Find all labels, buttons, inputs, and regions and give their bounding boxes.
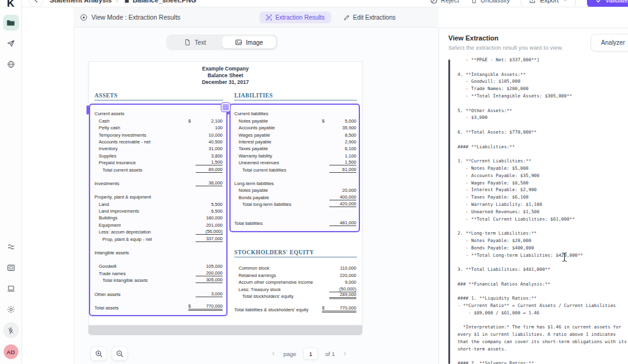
image-icon <box>235 39 242 46</box>
row-value: 1,100 <box>322 153 356 159</box>
row-label: Total liabilities <box>234 221 322 226</box>
file-icon <box>123 0 130 4</box>
row-label: Investments <box>94 181 188 186</box>
extraction-line: *Interpretation:* The firm has $1.46 in … <box>458 324 628 332</box>
breadcrumb-file-label[interactable]: Balance_sheet.PNG <box>132 0 196 4</box>
flash-off-icon <box>7 327 15 335</box>
balance-sheet-page: Example Company Balance Sheet December 3… <box>88 61 362 325</box>
eye-icon <box>80 13 88 21</box>
row-label: Notes payable <box>234 118 322 124</box>
extraction-line <box>458 274 628 281</box>
trash-icon <box>470 0 478 4</box>
toggle-image-button[interactable]: Image <box>222 36 276 48</box>
balance-sheet-row: Total assets$770,000 <box>94 304 223 311</box>
row-label: Interest payable <box>234 139 322 145</box>
toggle-text-label: Text <box>194 39 205 46</box>
zoom-in-button[interactable] <box>90 346 107 361</box>
globe-icon <box>7 60 15 69</box>
unclassify-button[interactable]: Unclassify <box>470 0 510 4</box>
breadcrumb-parent[interactable]: Statement Analysis <box>50 0 112 4</box>
caret-down-icon <box>562 0 568 3</box>
scrollbar-thumb[interactable] <box>448 59 450 364</box>
spacer <box>234 299 356 306</box>
extraction-panel-title: View Extraction <box>448 34 499 42</box>
row-label: Less: accum depreciation <box>94 229 188 235</box>
extraction-line <box>458 151 628 158</box>
balance-sheet-row: Interest payable2,900 <box>234 138 356 145</box>
row-label: Cash <box>94 118 188 124</box>
analyzer-button[interactable]: Analyzer <box>591 34 628 51</box>
row-value: 6,500 <box>188 208 223 214</box>
balance-sheet-row: Prop, plant & equip - net337,000 <box>94 235 223 241</box>
sidebar-item-devices[interactable] <box>3 281 19 297</box>
liabilities-table: Current liabilitiesNotes payable$5,000Ac… <box>234 110 356 226</box>
row-label: Accounts payable <box>234 125 322 131</box>
row-label: Accounts receivable - net <box>94 139 188 145</box>
tab-extraction-results[interactable]: Extraction Results <box>259 12 331 23</box>
table-extraction-badge[interactable] <box>221 102 231 112</box>
sidebar-item-workflow[interactable] <box>3 239 19 255</box>
validate-button[interactable]: Validate <box>587 0 628 7</box>
balance-sheet-row: Common stock110,000 <box>234 264 356 271</box>
row-value: 105,000 <box>188 264 223 269</box>
balance-sheet-row: Buildings180,000 <box>94 214 223 221</box>
zoom-out-button[interactable] <box>111 346 128 361</box>
balance-sheet-row: Intangible assets <box>94 249 223 256</box>
extraction-line: - Interest Payable: $2,900 <box>458 187 628 194</box>
sidebar-item-send[interactable] <box>3 36 19 51</box>
spacer <box>94 283 223 290</box>
extraction-line <box>458 289 628 296</box>
balance-sheet-row: Taxes payable6,100 <box>234 145 356 151</box>
extraction-line: - Unearned Revenues: $1,500 <box>458 209 628 216</box>
header-actions: Reject Unclassify Export Validate <box>430 0 628 7</box>
check-icon <box>595 0 602 4</box>
back-button[interactable] <box>29 0 44 7</box>
sidebar-item-flash[interactable] <box>3 322 19 338</box>
extraction-line <box>458 100 628 108</box>
page-of-label: of 1 <box>325 351 335 357</box>
row-label: Less: Treasury stock <box>234 287 322 292</box>
extraction-line: that the company can cover its short-ter… <box>458 339 628 346</box>
row-label: Prepaid insurance <box>94 160 188 165</box>
reject-button[interactable]: Reject <box>430 0 459 4</box>
sidebar-item-settings[interactable] <box>3 301 19 317</box>
sidebar-item-cards[interactable] <box>3 260 19 276</box>
balance-sheet-row: Total current assets89,000 <box>94 165 223 172</box>
spacer <box>94 297 223 304</box>
extraction-line: - Bonds Payable: $400,000 <box>458 245 628 252</box>
balance-sheet-row: Other assets3,000 <box>94 290 223 297</box>
balance-sheet-row: Total stockholders' equity289,000 <box>234 292 356 299</box>
balance-sheet-row: Wages payable8,500 <box>234 131 356 137</box>
export-button[interactable]: Export <box>521 0 575 7</box>
row-value: 9,000 <box>322 279 356 285</box>
balance-sheet-row: Equipment201,000 <box>94 221 223 227</box>
toggle-text-button[interactable]: Text <box>168 36 222 48</box>
document-title: Example Company Balance Sheet December 3… <box>89 66 362 86</box>
app-logo[interactable]: K <box>7 0 14 10</box>
balance-sheet-row: Current assets <box>94 110 223 116</box>
row-value: $770,000 <box>188 303 223 311</box>
extraction-line: 3. **Total Liabilities: $481,000** <box>458 267 628 274</box>
extraction-line <box>458 64 628 72</box>
sidebar-item-files[interactable] <box>3 15 19 31</box>
extraction-line: - Taxes Payable: $6,100 <box>458 194 628 202</box>
row-value: 2,900 <box>322 139 356 145</box>
extraction-line <box>458 223 628 230</box>
balance-sheet-row: Trade names200,000 <box>94 269 223 276</box>
extraction-result-body: - **PP&E - Net: $337,000**] 4. **Intangi… <box>448 57 628 364</box>
user-avatar[interactable]: AD <box>4 344 18 359</box>
balance-sheet-row: Prepaid insurance1,500 <box>94 159 223 165</box>
page-next-button[interactable] <box>342 351 348 357</box>
balance-sheet-row: Goodwill105,000 <box>94 262 223 269</box>
page-number-input[interactable] <box>303 347 318 360</box>
sidebar-item-globe[interactable] <box>3 56 19 72</box>
tab-edit-extractions[interactable]: Edit Extractions <box>343 14 396 21</box>
page-prev-button[interactable] <box>270 351 277 357</box>
row-label: Intangible assets <box>94 250 188 256</box>
assets-table: Current assetsCash$2,100Petty cash100Tem… <box>94 110 223 311</box>
send-icon <box>7 39 15 48</box>
row-value: 337,000 <box>188 236 223 242</box>
row-value: 8,500 <box>322 132 356 138</box>
row-label: Land improvements <box>94 208 188 214</box>
extraction-markdown-text[interactable]: - **PP&E - Net: $337,000**] 4. **Intangi… <box>458 57 628 364</box>
